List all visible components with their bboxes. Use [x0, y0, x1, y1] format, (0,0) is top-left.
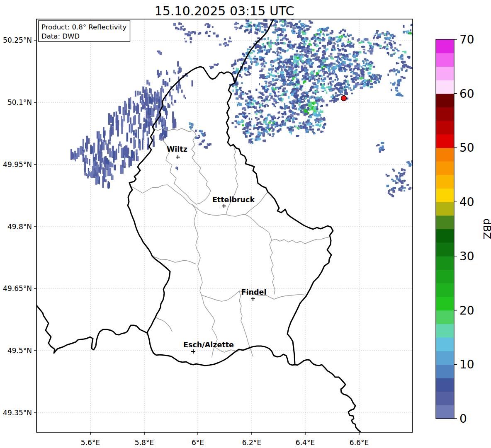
precip-pixel [133, 155, 135, 160]
precip-pixel [316, 114, 318, 116]
precip-pixel [291, 132, 292, 134]
y-axis-tick-label: 49.5°N [7, 346, 32, 355]
city-label: Findel [241, 288, 267, 296]
precip-pixel [302, 69, 304, 71]
precip-pixel [207, 146, 208, 149]
precip-pixel [335, 74, 337, 75]
precip-pixel [169, 78, 170, 82]
precip-pixel [342, 29, 344, 31]
precip-pixel [274, 75, 275, 77]
precip-pixel [185, 97, 186, 99]
precip-pixel [143, 118, 146, 122]
precip-pixel [331, 48, 333, 51]
precip-pixel [416, 166, 417, 167]
precip-pixel [282, 36, 284, 38]
colorbar-segment [436, 216, 454, 229]
precip-pixel [133, 101, 134, 104]
precip-pixel [260, 76, 262, 78]
precip-pixel [346, 86, 347, 87]
precip-pixel [398, 85, 400, 87]
precip-pixel [318, 65, 321, 68]
precip-pixel [257, 111, 259, 112]
precip-pixel [93, 143, 95, 153]
colorbar-segment [436, 175, 454, 189]
precip-pixel [240, 113, 242, 115]
precip-pixel [239, 74, 241, 77]
precip-pixel [261, 58, 264, 60]
precip-pixel [178, 87, 179, 94]
precip-pixel [277, 68, 279, 70]
precip-pixel [275, 82, 277, 84]
precip-pixel [270, 97, 272, 99]
precip-pixel [377, 144, 380, 146]
precip-pixel [247, 102, 249, 104]
precip-pixel [180, 23, 182, 25]
precip-pixel [384, 47, 385, 49]
precip-pixel [100, 170, 101, 174]
precip-pixel [148, 119, 150, 122]
precip-pixel [390, 40, 392, 41]
precip-pixel [145, 107, 146, 110]
precip-pixel [281, 42, 284, 44]
precip-pixel [293, 99, 295, 101]
precip-pixel [259, 107, 260, 109]
precip-pixel [335, 92, 337, 94]
precip-pixel [135, 133, 136, 137]
precip-pixel [255, 111, 256, 114]
precip-pixel [334, 43, 335, 45]
precip-pixel [260, 26, 261, 29]
precip-pixel [351, 63, 353, 65]
precip-pixel [344, 55, 345, 56]
precip-pixel [289, 82, 292, 84]
precip-pixel [181, 90, 182, 93]
precip-pixel [135, 140, 136, 148]
precip-pixel [95, 154, 97, 160]
precip-pixel [298, 66, 300, 68]
precip-pixel [90, 174, 92, 177]
precip-pixel [107, 184, 109, 188]
precip-pixel [323, 33, 324, 35]
precip-pixel [319, 75, 321, 77]
precip-pixel [340, 94, 343, 95]
precip-pixel [389, 42, 391, 44]
precip-pixel [243, 56, 246, 58]
precip-pixel [145, 119, 147, 128]
precip-pixel [250, 27, 252, 29]
precip-pixel [310, 77, 311, 79]
precip-pixel [289, 102, 291, 104]
precip-pixel [320, 28, 321, 30]
colorbar-axis-label: dBZ [481, 218, 491, 239]
precip-pixel [263, 133, 265, 135]
precip-pixel [389, 39, 390, 41]
precip-pixel [185, 41, 187, 43]
precip-pixel [294, 45, 295, 47]
precip-pixel [269, 94, 270, 96]
precip-pixel [149, 108, 151, 115]
precip-pixel [304, 44, 306, 46]
precip-pixel [105, 140, 107, 145]
precip-pixel [323, 68, 325, 70]
precip-pixel [284, 60, 286, 62]
precip-pixel [276, 70, 277, 73]
precip-pixel [312, 128, 314, 131]
precip-pixel [309, 40, 311, 42]
precip-pixel [89, 159, 90, 166]
precip-pixel [257, 29, 259, 31]
precip-pixel [113, 112, 115, 116]
precip-pixel [294, 27, 297, 29]
precip-pixel [315, 92, 316, 95]
precip-pixel [296, 107, 297, 110]
precip-pixel [129, 156, 130, 167]
precip-pixel [300, 125, 301, 127]
precip-pixel [325, 49, 327, 51]
precip-pixel [345, 69, 348, 70]
precip-pixel [119, 141, 121, 146]
precip-pixel [286, 76, 289, 77]
precip-pixel [326, 92, 328, 94]
precip-pixel [403, 25, 405, 28]
precip-pixel [133, 130, 135, 136]
precip-pixel [107, 143, 108, 147]
precip-pixel [268, 89, 270, 90]
precip-pixel [276, 87, 279, 88]
precip-pixel [106, 164, 108, 169]
